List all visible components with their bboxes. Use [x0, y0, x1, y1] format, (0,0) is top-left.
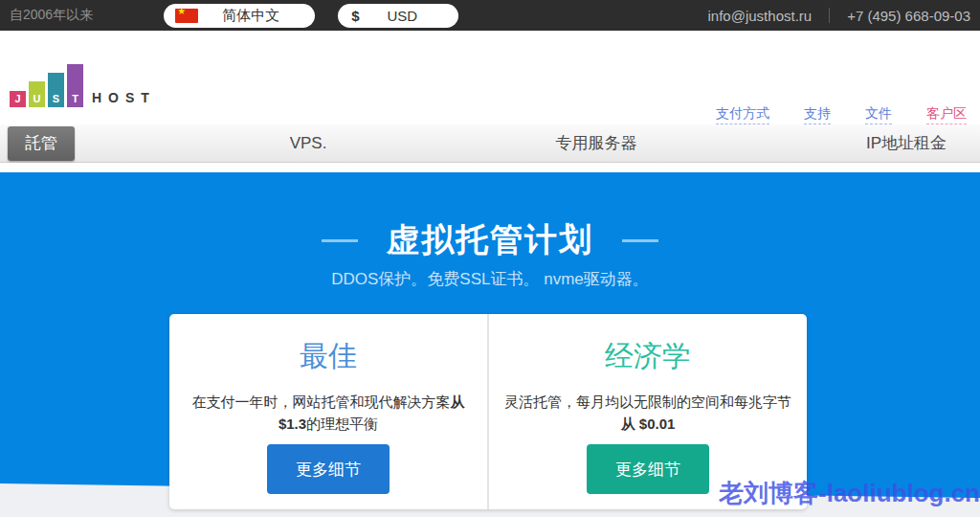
secondary-nav: 支付方式 支持 文件 客户区 — [716, 105, 967, 124]
main-nav: 託管 VPS. 专用服务器 IP地址租金 — [0, 124, 980, 163]
nav-payment-methods[interactable]: 支付方式 — [716, 105, 769, 124]
logo-bar-j: J — [10, 91, 26, 107]
plans-panel: 最佳 在支付一年时，网站托管和现代解决方案从 $1.3的理想平衡 更多细节 经济… — [169, 314, 807, 509]
logo-bar-t: T — [67, 64, 83, 107]
top-bar: 自2006年以来 ★ 简体中文 $ USD info@justhost.ru +… — [0, 0, 980, 31]
plan-desc-text: 灵活托管，每月均以无限制的空间和每兆字节 — [504, 393, 791, 410]
contact-phone[interactable]: +7 (495) 668-09-03 — [847, 8, 970, 24]
logo-bar-s: S — [48, 73, 64, 107]
currency-selector[interactable]: $ USD — [338, 4, 458, 28]
plan-card-best: 最佳 在支付一年时，网站托管和现代解决方案从 $1.3的理想平衡 更多细节 — [169, 314, 487, 509]
currency-label: USD — [360, 8, 446, 24]
since-label: 自2006年以来 — [10, 7, 93, 24]
language-selector[interactable]: ★ 简体中文 — [164, 4, 315, 28]
plan-desc-text: 的理想平衡 — [306, 416, 378, 432]
plan-description: 在支付一年时，网站托管和现代解决方案从 $1.3的理想平衡 — [185, 392, 472, 435]
plan-description: 灵活托管，每月均以无限制的空间和每兆字节从 $0.01 — [504, 392, 791, 435]
nav-support[interactable]: 支持 — [804, 105, 831, 124]
china-flag-icon: ★ — [175, 9, 198, 23]
tab-hosting[interactable]: 託管 — [8, 126, 75, 161]
nav-documents[interactable]: 文件 — [865, 105, 892, 124]
site-header: J U S T HOST 支付方式 支持 文件 客户区 — [0, 31, 980, 124]
more-details-button-economy[interactable]: 更多细节 — [587, 444, 709, 494]
watermark: 老刘博客-laoliublog.cn — [719, 477, 980, 510]
plan-desc-price: 从 $0.01 — [621, 416, 676, 432]
justhost-logo[interactable]: J U S T HOST — [10, 48, 156, 107]
nav-client-area[interactable]: 客户区 — [926, 105, 967, 124]
more-details-button-best[interactable]: 更多细节 — [267, 444, 390, 494]
tab-ip-rent[interactable]: IP地址租金 — [866, 124, 947, 163]
hero-section: 虚拟托管计划 DDOS保护。免费SSL证书。 nvme驱动器。 最佳 在支付一年… — [0, 172, 980, 517]
divider — [829, 8, 830, 23]
title-dash-right — [622, 239, 658, 242]
plan-title: 最佳 — [300, 337, 357, 376]
language-label: 简体中文 — [198, 7, 303, 25]
logo-text: HOST — [92, 90, 156, 107]
plan-title: 经济学 — [605, 337, 691, 376]
contact-email[interactable]: info@justhost.ru — [708, 8, 813, 24]
page-title: 虚拟托管计划 — [387, 218, 593, 262]
dollar-icon: $ — [351, 8, 359, 24]
hero-subtitle: DDOS保护。免费SSL证书。 nvme驱动器。 — [0, 268, 980, 290]
logo-bar-u: U — [29, 81, 45, 107]
spacer — [0, 163, 980, 172]
tab-vps[interactable]: VPS. — [290, 124, 327, 163]
plan-desc-text: 在支付一年时，网站托管和现代解决方案 — [192, 393, 451, 410]
title-dash-left — [322, 239, 358, 242]
tab-dedicated-servers[interactable]: 专用服务器 — [556, 124, 637, 163]
